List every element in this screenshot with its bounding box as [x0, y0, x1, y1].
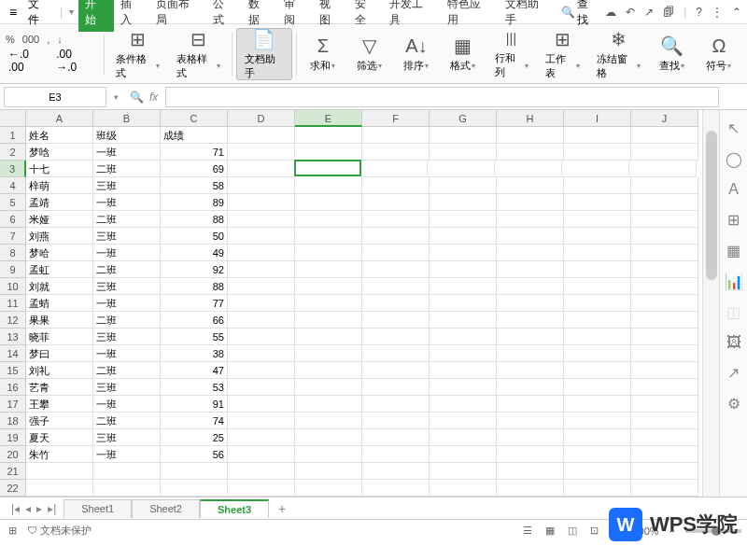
cell-H2[interactable] [497, 144, 564, 161]
cell-F16[interactable] [362, 379, 430, 396]
cell-I15[interactable] [564, 362, 631, 379]
ribbon-btn-条件格式[interactable]: ⊞条件格式▾ [108, 28, 167, 80]
cell-C2[interactable]: 71 [161, 144, 228, 161]
cell-J10[interactable] [631, 278, 698, 295]
first-sheet-icon[interactable]: |◂ [11, 502, 20, 515]
cell-G12[interactable] [430, 312, 497, 329]
cell-E13[interactable] [295, 329, 362, 345]
layout-icon[interactable]: ⊞ [6, 525, 20, 537]
row-header-3[interactable]: 3 [0, 161, 26, 177]
cell-A22[interactable] [26, 480, 93, 497]
cell-E2[interactable] [295, 144, 362, 161]
cell-A20[interactable]: 朱竹 [26, 446, 93, 463]
cell-G6[interactable] [430, 211, 497, 228]
cell-F15[interactable] [362, 362, 430, 379]
view-mode-3[interactable]: ◫ [565, 525, 580, 537]
ribbon-tab-7[interactable]: 安全 [348, 0, 384, 32]
cell-E11[interactable] [295, 295, 362, 312]
cell-E18[interactable] [295, 413, 362, 429]
cell-H9[interactable] [497, 261, 564, 278]
cell-J3[interactable] [629, 161, 697, 177]
col-header-J[interactable]: J [631, 110, 698, 127]
cell-I3[interactable] [562, 161, 629, 177]
fx-icon[interactable]: fx [149, 91, 158, 104]
cell-D15[interactable] [228, 362, 295, 379]
cell-E14[interactable] [295, 345, 362, 362]
cell-G20[interactable] [430, 446, 497, 463]
cell-E3[interactable] [294, 160, 361, 176]
cell-H12[interactable] [497, 312, 564, 329]
view-mode-1[interactable]: ☰ [520, 525, 535, 537]
cell-F21[interactable] [362, 463, 430, 480]
cell-E7[interactable] [295, 228, 362, 245]
cell-I1[interactable] [564, 127, 631, 144]
col-header-C[interactable]: C [161, 110, 228, 127]
cell-J8[interactable] [631, 245, 698, 261]
col-header-H[interactable]: H [497, 110, 564, 127]
search-link[interactable]: 🔍 查找 [557, 0, 603, 28]
cell-B10[interactable]: 三班 [93, 278, 161, 295]
cell-B6[interactable]: 二班 [93, 211, 161, 228]
cell-A7[interactable]: 刘燕 [26, 228, 93, 245]
ribbon-tab-3[interactable]: 公式 [206, 0, 242, 32]
cell-F17[interactable] [362, 396, 430, 413]
row-header-17[interactable]: 17 [0, 396, 26, 413]
cell-B15[interactable]: 二班 [93, 362, 161, 379]
format-dropdown[interactable]: ↓ [57, 34, 63, 45]
cell-J4[interactable] [631, 177, 698, 194]
chart-icon[interactable]: 📊 [725, 273, 743, 290]
prev-sheet-icon[interactable]: ◂ [25, 502, 31, 515]
select-icon[interactable]: ↖ [727, 119, 740, 137]
cell-C20[interactable]: 56 [161, 446, 228, 463]
cell-H4[interactable] [497, 177, 564, 194]
cell-H5[interactable] [497, 194, 564, 211]
row-header-15[interactable]: 15 [0, 362, 26, 379]
cell-I20[interactable] [564, 446, 631, 463]
ribbon-btn-行和列[interactable]: ⫼行和列▾ [487, 28, 537, 80]
cell-A16[interactable]: 艺青 [26, 379, 93, 396]
cell-B4[interactable]: 三班 [93, 177, 161, 194]
cell-E9[interactable] [295, 261, 362, 278]
cell-A4[interactable]: 梓萌 [26, 177, 93, 194]
cell-I21[interactable] [564, 463, 631, 480]
cell-D9[interactable] [228, 261, 295, 278]
ribbon-btn-冻结窗格[interactable]: ❄冻结窗格▾ [589, 28, 648, 80]
cell-H20[interactable] [497, 446, 564, 463]
cell-B16[interactable]: 三班 [93, 379, 161, 396]
cell-D21[interactable] [228, 463, 295, 480]
cell-C8[interactable]: 49 [161, 245, 228, 261]
name-box-dropdown[interactable]: ▾ [110, 92, 122, 102]
cell-J14[interactable] [631, 345, 698, 362]
cell-H8[interactable] [497, 245, 564, 261]
cell-C9[interactable]: 92 [161, 261, 228, 278]
image-icon[interactable]: 🖼 [726, 334, 741, 351]
cell-D12[interactable] [228, 312, 295, 329]
cell-A18[interactable]: 强子 [26, 413, 93, 429]
cell-D17[interactable] [228, 396, 295, 413]
cell-F3[interactable] [360, 161, 428, 177]
cell-F7[interactable] [362, 228, 430, 245]
cell-A5[interactable]: 孟靖 [26, 194, 93, 211]
row-header-11[interactable]: 11 [0, 295, 26, 312]
cell-J20[interactable] [631, 446, 698, 463]
cell-C15[interactable]: 47 [161, 362, 228, 379]
cell-E17[interactable] [295, 396, 362, 413]
cell-H13[interactable] [497, 329, 564, 345]
cell-D4[interactable] [228, 177, 295, 194]
ribbon-btn-格式[interactable]: ▦格式▾ [441, 28, 486, 80]
cell-H16[interactable] [497, 379, 564, 396]
cell-G7[interactable] [430, 228, 497, 245]
undo-icon[interactable]: ↶ [626, 6, 635, 19]
save-icon[interactable]: 🗐 [663, 6, 674, 19]
row-header-21[interactable]: 21 [0, 463, 26, 480]
cell-D19[interactable] [228, 429, 295, 446]
cell-B13[interactable]: 三班 [93, 329, 161, 345]
cell-F6[interactable] [362, 211, 430, 228]
cell-J16[interactable] [631, 379, 698, 396]
cell-E10[interactable] [295, 278, 362, 295]
cell-G3[interactable] [428, 161, 495, 177]
collapse-icon[interactable]: ⌃ [732, 6, 741, 19]
cell-C12[interactable]: 66 [161, 312, 228, 329]
cell-D1[interactable] [228, 127, 295, 144]
row-header-20[interactable]: 20 [0, 446, 26, 463]
